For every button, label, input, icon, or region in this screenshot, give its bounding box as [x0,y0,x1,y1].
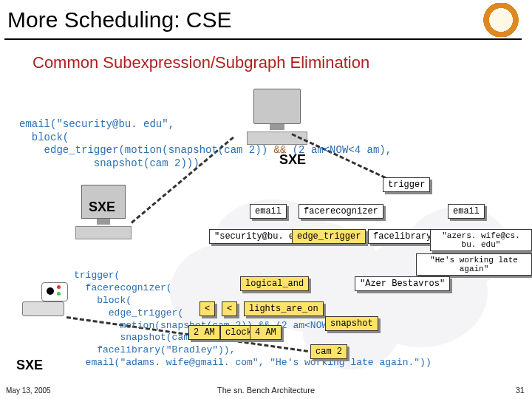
computer-left-graphic [70,185,137,251]
node-2am: 2 AM [188,325,220,340]
page-title: More Scheduling: CSE [7,7,232,33]
node-azer: "Azer Bestavros" [355,276,450,291]
code-line: email("security@bu. edu", [19,118,174,130]
footer-center: The sn. Bench Architecture [0,386,532,395]
node-logical-and: logical_and [240,276,309,291]
node-snapshot: snapshot [325,316,378,331]
code-line: facerecognizer( [74,282,172,293]
node-wife-addr: "azers. wife@cs. bu. edu" [430,229,532,251]
sxe-label-left: SXE [89,200,115,215]
sxe-label-bottom: SXE [16,358,43,373]
logo-seal [477,3,525,37]
code-line: trigger( [74,270,120,281]
code-line: edge_trigger( [74,307,183,318]
node-facelibrary: facelibrary [368,229,437,244]
code-line: email("adams. wife@gmail. com", "He's wo… [74,357,432,368]
code-line: facelibrary("Bradley")), [74,344,235,355]
code-line: snapshot(cam 2))) [19,157,200,169]
node-4am: 4 AM [250,325,282,340]
code-block-top: email("security@bu. edu", block( edge_tr… [19,118,392,170]
subtitle: Common Subexpression/Subgraph Eliminatio… [33,53,369,72]
node-late-again: "He's working late again" [416,253,532,276]
code-line: block( [19,132,69,143]
node-facerecognizer: facerecognizer [299,204,383,219]
node-edge-trigger: edge_trigger [292,229,366,244]
node-cam2: cam 2 [310,344,347,359]
title-rule [4,38,522,40]
node-email-left: email [250,204,287,219]
footer-page-number: 31 [516,386,525,395]
node-lt-right: < [222,301,237,316]
sxe-label-top: SXE [279,152,306,168]
node-lights: lights_are_on [244,301,324,316]
camera-graphic [22,296,68,316]
code-line: edge_trigger(motion(snapshot(cam 2)) && … [19,144,392,156]
code-line: block( [74,295,132,306]
node-email-right: email [448,204,485,219]
node-lt-left: < [200,301,215,316]
node-trigger: trigger [383,177,430,192]
